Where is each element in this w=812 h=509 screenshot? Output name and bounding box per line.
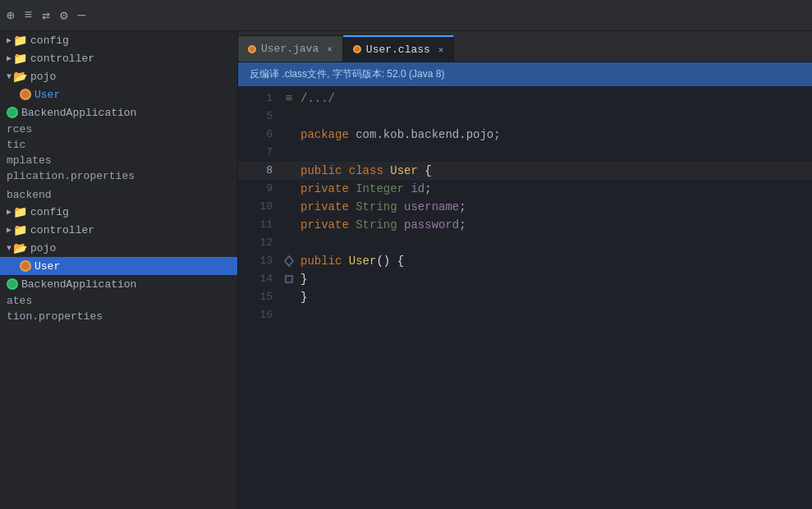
sidebar-label: BackendApplication (21, 278, 136, 291)
sidebar-item-user-bottom[interactable]: User (0, 257, 237, 275)
semicolon: ; (424, 182, 431, 195)
line-number: 15 (238, 288, 281, 306)
code-line-12: 12 (238, 234, 812, 252)
line-code (297, 234, 812, 252)
main-layout: ▶ 📁 config ▶ 📁 controller ▼ 📂 pojo User … (0, 31, 812, 509)
gutter-cell (281, 108, 297, 126)
toolbar-icon-transfer[interactable]: ⇄ (42, 7, 50, 24)
line-number: 7 (238, 144, 281, 162)
sidebar-label: User (34, 89, 60, 101)
keyword: private (300, 182, 356, 195)
line-number: 12 (238, 234, 281, 252)
folder-icon: 📁 (13, 205, 27, 219)
toolbar-icon-settings[interactable]: ⚙ (60, 7, 68, 24)
sidebar-item-controller[interactable]: ▶ 📁 controller (0, 49, 237, 67)
line-number: 6 (238, 126, 281, 144)
line-number: 1 (238, 89, 281, 108)
code-line-8: 8 public class User { (238, 162, 812, 180)
toolbar-icon-minimize[interactable]: — (78, 8, 86, 23)
gutter-cell (281, 198, 297, 216)
code-editor[interactable]: 1 ⊞ /.../ 5 6 (238, 86, 812, 509)
semicolon: ; (493, 128, 500, 141)
sidebar-label: User (34, 260, 60, 273)
package-name: com.kob.backend.pojo (356, 128, 493, 141)
code-line-14: 14 } (238, 270, 812, 288)
tab-user-class[interactable]: User.class ✕ (343, 35, 455, 62)
sidebar-item-pojo-bottom[interactable]: ▼ 📂 pojo (0, 239, 237, 257)
folder-arrow-icon: ▼ (7, 72, 11, 81)
svg-rect-1 (286, 276, 292, 282)
field-name: password (404, 218, 459, 232)
toolbar-icon-globe[interactable]: ⊕ (7, 7, 15, 24)
folder-icon: 📁 (13, 52, 27, 66)
sidebar-label: pojo (30, 242, 56, 254)
decompile-notice: 反编译 .class文件, 字节码版本: 52.0 (Java 8) (238, 62, 812, 86)
close-icon[interactable]: ✕ (438, 44, 444, 55)
sidebar-label: config (30, 34, 69, 47)
line-code: private String password; (297, 216, 812, 234)
line-number: 14 (238, 270, 281, 288)
sidebar-item-user-top[interactable]: User (0, 85, 237, 103)
code-line-7: 7 (238, 144, 812, 162)
line-code: private Integer id; (297, 180, 812, 198)
decompile-notice-text: 反编译 .class文件, 字节码版本: 52.0 (Java 8) (250, 68, 444, 80)
folder-arrow-icon: ▶ (7, 225, 11, 235)
keyword: private (300, 218, 356, 232)
sidebar-item-pojo[interactable]: ▼ 📂 pojo (0, 67, 237, 85)
sidebar-label-mplates: mplates (0, 153, 237, 168)
line-number: 9 (238, 180, 281, 198)
sidebar-item-backend-application-bottom[interactable]: BackendApplication (0, 275, 237, 293)
sidebar-label-tion-properties: tion.properties (0, 309, 237, 324)
code-line-6: 6 package com.kob.backend.pojo; (238, 126, 812, 144)
close-icon[interactable]: ✕ (327, 44, 333, 54)
line-code: private String username; (297, 198, 812, 216)
spring-icon (7, 107, 18, 118)
code-line-5: 5 (238, 108, 812, 126)
line-code: public class User { (297, 162, 812, 180)
gutter-cell (281, 306, 297, 324)
spring-icon (7, 278, 18, 290)
line-number: 16 (238, 306, 281, 324)
line-number: 13 (238, 252, 281, 270)
line-code: package com.kob.backend.pojo; (297, 126, 812, 144)
sidebar-item-controller-bottom[interactable]: ▶ 📁 controller (0, 221, 237, 239)
method-start-icon (283, 254, 295, 268)
toolbar-icon-list[interactable]: ≡ (25, 8, 33, 23)
file-tree-sidebar: ▶ 📁 config ▶ 📁 controller ▼ 📂 pojo User … (0, 31, 238, 509)
gutter-cell (281, 126, 297, 144)
line-code: public User() { (297, 252, 812, 270)
brace: } (300, 291, 307, 304)
field-name: username (404, 200, 459, 213)
gutter-cell: ⊞ (281, 89, 297, 108)
field-name: id (411, 182, 424, 195)
semicolon: ; (459, 218, 466, 232)
line-code (297, 108, 812, 126)
folder-arrow-icon: ▶ (7, 207, 11, 217)
line-number: 8 (238, 162, 281, 180)
line-number: 11 (238, 216, 281, 234)
sidebar-label: controller (30, 224, 94, 236)
keyword: public (300, 254, 349, 268)
gutter-cell (281, 216, 297, 234)
toolbar: ⊕ ≡ ⇄ ⚙ — (0, 0, 812, 31)
line-number: 5 (238, 108, 281, 126)
sidebar-item-backend-application-top[interactable]: BackendApplication (0, 103, 237, 122)
svg-marker-0 (285, 256, 293, 266)
line-code: } (297, 270, 812, 288)
gutter-cell (281, 162, 297, 180)
class-file-icon (353, 45, 361, 53)
sidebar-label: pojo (30, 71, 56, 83)
brace: } (300, 273, 307, 286)
folder-open-icon: 📂 (13, 70, 27, 84)
sidebar-label: config (30, 206, 69, 218)
tab-bar: User.java ✕ User.class ✕ (238, 31, 812, 62)
collapse-icon[interactable]: ⊞ (286, 89, 291, 108)
sidebar-item-config-bottom[interactable]: ▶ 📁 config (0, 203, 237, 221)
sidebar-label-tic: tic (0, 137, 237, 153)
tab-user-java[interactable]: User.java ✕ (238, 35, 343, 62)
keyword: public (300, 164, 349, 177)
semicolon: ; (459, 200, 466, 213)
type-name: String (356, 218, 404, 232)
sidebar-item-config[interactable]: ▶ 📁 config (0, 31, 237, 49)
folder-open-icon: 📂 (13, 241, 27, 255)
